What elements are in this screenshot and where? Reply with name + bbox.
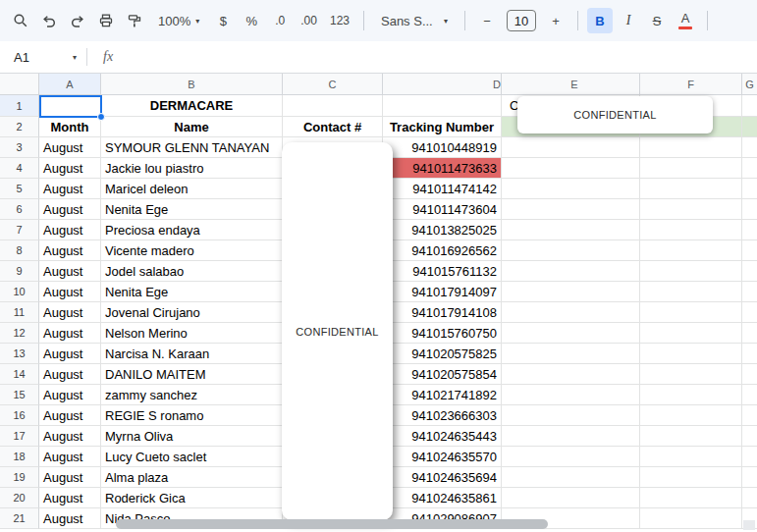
row-number[interactable]: 21	[0, 508, 39, 529]
cell-empty[interactable]	[742, 302, 757, 323]
row-number[interactable]: 10	[0, 282, 39, 302]
row-number[interactable]: 14	[0, 364, 39, 385]
format-percent-button[interactable]: %	[239, 8, 264, 33]
cell-empty[interactable]	[742, 199, 757, 220]
cell-name[interactable]: REGIE S ronamo	[101, 405, 283, 426]
cell-month[interactable]: August	[39, 220, 101, 240]
cell-empty[interactable]	[640, 179, 742, 199]
cell-empty[interactable]	[742, 405, 757, 426]
cell-empty[interactable]	[502, 282, 640, 302]
number-format-button[interactable]: 123	[325, 8, 354, 33]
cell-empty[interactable]	[502, 447, 640, 467]
cell-tracking[interactable]: 941020575825	[383, 344, 502, 364]
undo-button[interactable]	[36, 8, 62, 33]
cell-empty[interactable]	[640, 447, 742, 467]
cell-empty[interactable]	[640, 158, 742, 179]
cell-empty[interactable]	[502, 323, 640, 344]
row-number[interactable]: 18	[0, 447, 39, 467]
cell-empty[interactable]	[502, 405, 640, 426]
cell-empty[interactable]	[502, 467, 640, 488]
cell-empty[interactable]	[640, 488, 742, 508]
cell-tracking[interactable]: 941024635570	[383, 447, 502, 467]
cell-tracking[interactable]: 941015761132	[383, 261, 502, 282]
cell-tracking[interactable]: 941024635694	[383, 467, 502, 488]
row-number[interactable]: 3	[0, 137, 39, 158]
cell-name[interactable]: SYMOUR GLENN TANAYAN	[101, 137, 283, 158]
cell-month[interactable]: August	[39, 508, 101, 529]
header-name[interactable]: Name	[101, 117, 283, 137]
cell-empty[interactable]	[640, 405, 742, 426]
header-tracking[interactable]: Tracking Number	[383, 117, 502, 137]
print-button[interactable]	[93, 8, 119, 33]
cell-empty[interactable]	[640, 385, 742, 405]
confidential-overlay-main[interactable]: CONFIDENTIAL	[282, 142, 393, 520]
cell-month[interactable]: August	[39, 282, 101, 302]
cell-empty[interactable]	[742, 385, 757, 405]
cell-tracking[interactable]: 941024635443	[383, 426, 502, 447]
cell-month[interactable]: August	[39, 385, 101, 405]
font-family-menu[interactable]: Sans S... ▾	[373, 8, 456, 33]
cell-month[interactable]: August	[39, 158, 101, 179]
column-header-D[interactable]: D	[383, 74, 502, 95]
redo-button[interactable]	[65, 8, 90, 33]
cell-month[interactable]: August	[39, 447, 101, 467]
cell-tracking[interactable]: 941015760750	[383, 323, 502, 344]
row-number[interactable]: 20	[0, 488, 39, 508]
cell-name[interactable]: Jodel salabao	[101, 261, 283, 282]
cell-empty[interactable]	[640, 323, 742, 344]
header-contact[interactable]: Contact #	[283, 117, 383, 137]
cell-month[interactable]: August	[39, 179, 101, 199]
cell-tracking[interactable]: 941023666303	[383, 405, 502, 426]
cell-month[interactable]: August	[39, 199, 101, 220]
formula-input[interactable]	[113, 41, 757, 73]
cell-empty[interactable]	[502, 179, 640, 199]
paint-format-button[interactable]	[122, 8, 147, 33]
cell-empty[interactable]	[502, 220, 640, 240]
cell-empty[interactable]	[640, 282, 742, 302]
cell-name[interactable]: Narcisa N. Karaan	[101, 344, 283, 364]
decrease-decimal-button[interactable]: .0	[267, 8, 293, 33]
cell-green[interactable]	[742, 117, 757, 137]
column-header-G[interactable]: G	[742, 74, 757, 95]
cell-empty[interactable]	[742, 488, 757, 508]
cell-empty[interactable]	[640, 364, 742, 385]
cell-tracking[interactable]: 941011473604	[383, 199, 502, 220]
cell-name[interactable]: Preciosa endaya	[101, 220, 283, 240]
header-month[interactable]: Month	[39, 117, 101, 137]
cell-empty[interactable]	[640, 508, 742, 529]
cell-empty[interactable]	[742, 240, 757, 261]
horizontal-scrollbar[interactable]	[116, 519, 548, 529]
font-size-input[interactable]: 10	[507, 10, 536, 31]
cell-empty[interactable]	[640, 344, 742, 364]
cell-empty[interactable]	[502, 137, 640, 158]
cell-empty[interactable]	[640, 199, 742, 220]
cell-month[interactable]: August	[39, 426, 101, 447]
cell-name[interactable]: Nenita Ege	[101, 282, 283, 302]
bold-button[interactable]: B	[587, 8, 613, 33]
cell-empty[interactable]	[502, 240, 640, 261]
cell-tracking[interactable]: 941013825025	[383, 220, 502, 240]
row-number[interactable]: 11	[0, 302, 39, 323]
cell-name[interactable]: Lucy Cueto saclet	[101, 447, 283, 467]
row-number[interactable]: 2	[0, 117, 39, 137]
cell-month[interactable]: August	[39, 488, 101, 508]
cell-empty[interactable]	[640, 137, 742, 158]
row-number[interactable]: 6	[0, 199, 39, 220]
cell-name[interactable]: zammy sanchez	[101, 385, 283, 405]
row-number[interactable]: 9	[0, 261, 39, 282]
cell-empty[interactable]	[502, 302, 640, 323]
row-number[interactable]: 13	[0, 344, 39, 364]
cell[interactable]	[283, 95, 383, 117]
cell-month[interactable]: August	[39, 344, 101, 364]
sheet-title-cell[interactable]: DERMACARE	[101, 95, 283, 117]
zoom-menu[interactable]: 100% ▾	[150, 8, 207, 33]
cell-empty[interactable]	[502, 385, 640, 405]
row-number[interactable]: 16	[0, 405, 39, 426]
cell-empty[interactable]	[502, 158, 640, 179]
cell-empty[interactable]	[502, 488, 640, 508]
cell-empty[interactable]	[742, 344, 757, 364]
cell-empty[interactable]	[742, 220, 757, 240]
cell-empty[interactable]	[640, 426, 742, 447]
cell-empty[interactable]	[742, 261, 757, 282]
cell-tracking[interactable]: 941021741892	[383, 385, 502, 405]
